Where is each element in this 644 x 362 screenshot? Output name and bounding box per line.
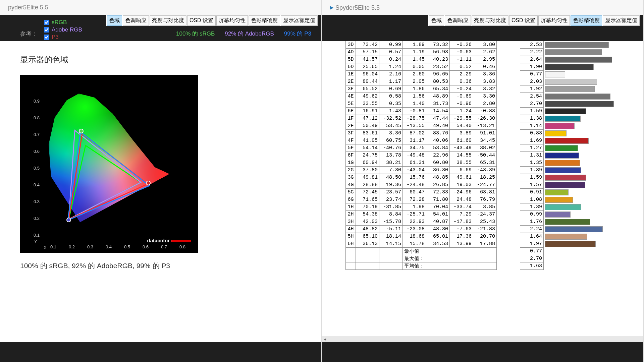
table-row: 3E 65.52 0.69 1.86 65.34-0.24 3.32 1.92 <box>346 85 631 93</box>
table-row: 5H 65.10 18.14 18.68 65.01 17.36 20.70 1… <box>346 233 631 240</box>
gamut-red-vertex <box>146 181 151 185</box>
color-swatch <box>545 108 586 114</box>
coverage-g: 100% 的 sRGB <box>176 30 215 38</box>
table-row: 4H 48.82-5.11-23.08 48.30-7.63-21.83 2.2… <box>346 226 631 233</box>
color-swatch <box>545 130 567 136</box>
svg-marker-0 <box>69 145 141 219</box>
color-swatch <box>545 175 586 181</box>
table-row: 6D 25.65 1.24 0.05 23.52 0.52 0.46 1.90 <box>346 63 631 71</box>
color-swatch <box>545 167 581 173</box>
color-swatch <box>545 219 590 225</box>
color-swatch <box>545 189 569 195</box>
xtick: 0.8 <box>179 244 185 249</box>
tab-屏幕均匀性[interactable]: 屏幕均匀性 <box>216 15 248 26</box>
color-swatch <box>545 138 589 144</box>
tab-OSD 设置[interactable]: OSD 设置 <box>187 15 216 26</box>
color-swatch <box>545 94 610 100</box>
table-row: 3D 73.42 0.99 1.89 73.32-0.26 3.80 2.53 <box>346 41 631 49</box>
xtick: 0.1 <box>50 244 56 249</box>
table-row: 3H 42.03-15.78 22.93 40.87-17.83 25.43 1… <box>346 218 631 226</box>
table-row: 1H 70.19-31.85 1.98 70.04-33.74 3.85 1.3… <box>346 203 631 211</box>
color-swatch <box>545 234 587 240</box>
tab-色调响应[interactable]: 色调响应 <box>123 15 149 26</box>
table-row: 6F 24.75 13.78-49.48 22.96 14.55-50.44 1… <box>346 152 631 159</box>
left-window: pyder5Elite 5.5 色域色调响应亮度与对比度OSD 设置屏幕均匀性色… <box>0 0 322 362</box>
xtick: 0.7 <box>161 244 167 249</box>
tab-色域[interactable]: 色域 <box>107 15 122 26</box>
gamut-green-vertex <box>79 129 84 133</box>
tab-亮度与对比度[interactable]: 亮度与对比度 <box>472 15 508 26</box>
color-swatch <box>545 79 597 85</box>
table-row: 4F 41.05 60.75 31.17 40.06 61.60 34.45 1… <box>346 137 631 144</box>
table-row: 2E 80.44 1.17 2.05 80.53 0.36 3.83 2.03 <box>346 78 631 85</box>
footer-bar-right <box>322 342 643 362</box>
coverage-p: 92% 的 AdobeRGB <box>225 30 274 38</box>
color-swatch <box>545 116 581 122</box>
scroll-left-icon[interactable]: ◄ <box>322 336 328 342</box>
table-row: 3F 83.61 3.36 87.02 83.76 3.89 91.01 0.8… <box>346 130 631 137</box>
color-swatch <box>545 145 578 151</box>
ytick: 0.8 <box>34 115 40 120</box>
tab-色域[interactable]: 色域 <box>429 15 444 26</box>
table-row: 5E 33.55 0.35 1.40 31.73-0.96 2.80 2.70 <box>346 100 631 108</box>
table-row: 5D 41.57 0.24 1.45 40.23-1.11 2.95 2.64 <box>346 56 631 63</box>
xtick: 0.2 <box>69 244 75 249</box>
gamut-caption: 100% 的 sRGB, 92% 的 AdobeRGB, 99% 的 P3 <box>20 261 301 270</box>
tab-色彩精确度[interactable]: 色彩精确度 <box>249 15 280 26</box>
right-window: ▶ Spyder5Elite 5.5 色域色调响应亮度与对比度OSD 设置屏幕均… <box>322 0 644 362</box>
table-row: 1G 60.94 38.21 61.31 60.80 38.55 65.31 1… <box>346 159 631 167</box>
tab-色彩精确度[interactable]: 色彩精确度 <box>571 15 602 26</box>
color-swatch <box>545 49 602 55</box>
tab-色调响应[interactable]: 色调响应 <box>445 15 471 26</box>
color-swatch <box>545 153 579 159</box>
gamut-section-title: 显示器的色域 <box>20 54 301 65</box>
table-row: 4D 57.15 0.57 1.19 56.93-0.63 2.62 2.22 <box>346 49 631 56</box>
table-row: 4G 28.88 19.36-24.48 26.85 19.03-24.77 1… <box>346 181 631 189</box>
axis-y-label: Y <box>34 239 37 244</box>
table-row: 6H 36.13 14.15 15.78 34.53 13.99 17.88 1… <box>346 240 631 248</box>
color-swatch <box>545 71 565 77</box>
tab-显示器额定值[interactable]: 显示器额定值 <box>603 15 640 26</box>
color-swatch <box>545 160 580 166</box>
ytick: 0.4 <box>34 182 40 187</box>
table-row: 1E 96.04 2.16 2.60 96.65 2.29 3.36 0.77 <box>346 71 631 78</box>
coverage-r: 99% 的 P3 <box>284 30 311 38</box>
table-row: 6G 71.65 23.74 72.28 71.80 24.48 76.79 1… <box>346 196 631 203</box>
ref-checkbox-AdobeRGB[interactable] <box>44 27 49 33</box>
tab-显示器额定值[interactable]: 显示器额定值 <box>281 15 318 26</box>
datacolor-brand: datacolor <box>147 238 191 243</box>
table-row: 2H 54.38 8.84-25.71 54.01 7.29-24.37 0.9… <box>346 211 631 218</box>
xtick: 0.6 <box>143 244 149 249</box>
toolbar-right-empty <box>322 26 643 41</box>
summary-row: 平均值： 1.63 <box>346 262 631 270</box>
color-swatch <box>545 42 609 48</box>
footer-bar-left <box>0 342 321 362</box>
xtick: 0.5 <box>124 244 130 249</box>
tab-OSD 设置[interactable]: OSD 设置 <box>509 15 538 26</box>
svg-marker-2 <box>69 134 148 219</box>
color-swatch <box>545 101 614 107</box>
table-row: 3G 49.81 48.50 15.76 48.85 49.61 18.25 1… <box>346 174 631 181</box>
tab-屏幕均匀性[interactable]: 屏幕均匀性 <box>538 15 570 26</box>
table-row: 2G 37.80 7.30-43.04 36.30 6.69-43.39 1.3… <box>346 167 631 174</box>
app-arrow-icon: ▶ <box>330 5 334 10</box>
ref-P3[interactable]: P3 <box>43 34 82 41</box>
table-row: 1F 47.12-32.52-28.75 47.44-29.55-26.30 1… <box>346 115 631 122</box>
ytick: 0.3 <box>34 199 40 204</box>
table-row: 5F 54.14-40.76 34.75 53.84-43.49 38.02 1… <box>346 144 631 152</box>
ref-checkbox-sRGB[interactable] <box>44 20 49 25</box>
cie-chart: 0.10.20.30.40.50.60.70.80.9 0.10.20.30.4… <box>20 75 198 253</box>
ref-sRGB[interactable]: sRGB <box>43 19 82 26</box>
table-row: 6E 16.91 1.43-0.81 14.54 1.24-0.83 1.59 <box>346 108 631 115</box>
ref-label: 参考： <box>20 30 37 38</box>
tab-亮度与对比度[interactable]: 亮度与对比度 <box>150 15 186 26</box>
reference-optionbar: 参考： sRGBAdobe RGBP3NTSC 100% 的 sRGB92% 的… <box>0 26 321 41</box>
xtick: 0.3 <box>87 244 93 249</box>
ytick: 0.5 <box>34 166 40 171</box>
ref-checkbox-P3[interactable] <box>44 35 49 40</box>
ref-AdobeRGB[interactable]: Adobe RGB <box>43 26 82 34</box>
ytick: 0.9 <box>34 99 40 104</box>
window-title-right: ▶ Spyder5Elite 5.5 <box>322 0 643 15</box>
color-swatch <box>545 197 573 203</box>
horizontal-scrollbar[interactable]: ◄ <box>322 336 643 342</box>
